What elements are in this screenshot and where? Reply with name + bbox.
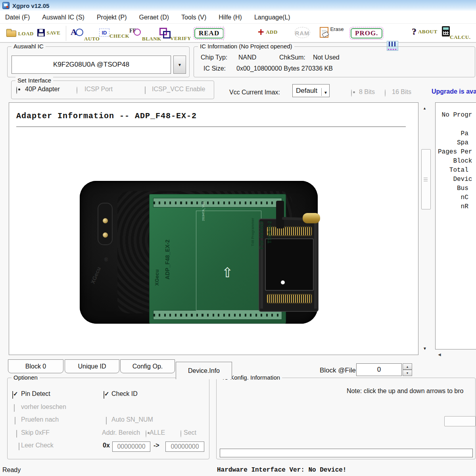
checkbox-pruefen-nach bbox=[15, 417, 15, 424]
device-panel-line: Pages Per bbox=[438, 148, 476, 157]
radio-sect-label: Sect bbox=[184, 429, 196, 436]
checkbox-icsp-vcc bbox=[145, 86, 146, 94]
adapter-info-title: Adapter Information -- ADP_F48-EX-2 bbox=[16, 111, 197, 121]
socket-lever-handle bbox=[303, 213, 320, 223]
radio-icsp-port bbox=[77, 86, 77, 94]
question-icon: ? bbox=[412, 27, 416, 36]
device-panel-line: Block bbox=[438, 157, 476, 166]
checkbox-check-id[interactable] bbox=[104, 391, 104, 399]
block-at-file-input[interactable]: 0 bbox=[356, 363, 402, 376]
checkbox-pin-detect[interactable] bbox=[12, 391, 13, 399]
device-info-side-panel: No Progr Pa Spa Pages Per Block Total De… bbox=[435, 102, 476, 349]
menu-auswahl-ic[interactable]: Auswahl IC (S) bbox=[41, 13, 86, 22]
status-ready: Ready bbox=[2, 466, 21, 474]
spin-up-icon[interactable] bbox=[403, 363, 412, 370]
checkbox-leer-check bbox=[19, 443, 19, 450]
auto-label: AUTO bbox=[84, 36, 100, 42]
window-title: Xgpro v12.05 bbox=[12, 2, 49, 9]
calcu-button[interactable]: CALCU. bbox=[442, 26, 470, 36]
vcc-combo-arrow-icon[interactable] bbox=[321, 88, 328, 96]
auswahl-ic-group-label: Auswahl IC bbox=[12, 43, 46, 50]
vertical-scrollbar-thumb[interactable] bbox=[421, 149, 431, 209]
radio-16bits bbox=[385, 89, 386, 97]
calculator-icon bbox=[442, 26, 450, 36]
checkbox-pin-detect-label: Pin Detect bbox=[21, 390, 50, 397]
spin-down-icon[interactable] bbox=[403, 370, 412, 376]
ram-button: RAM bbox=[294, 26, 311, 40]
adapter-info-panel: Adapter Information -- ADP_F48-EX-2 XGec… bbox=[9, 102, 418, 355]
verify-label: VERIFY bbox=[170, 35, 191, 41]
optionen-group: Optionen Pin Detect Check ID vorher loes… bbox=[7, 378, 209, 459]
block-at-file-spinner bbox=[403, 363, 412, 376]
addr-bereich-label: Addr. Bereich bbox=[102, 429, 140, 436]
up-arrow-silkscreen: ⇧ bbox=[222, 266, 233, 279]
radio-40p-adapter-label: 40P Adapter bbox=[25, 86, 60, 93]
prog-button[interactable]: PROG. bbox=[349, 27, 384, 40]
radio-40p-adapter[interactable] bbox=[16, 86, 17, 94]
menu-projekt[interactable]: Projekt (P) bbox=[96, 13, 128, 22]
menu-datei[interactable]: Datei (F) bbox=[4, 13, 31, 22]
menu-hilfe[interactable]: Hilfe (H) bbox=[217, 13, 243, 22]
optionen-group-label: Optionen bbox=[12, 374, 40, 381]
status-hardware-version: Hardware Interface Ver: No Device! bbox=[217, 466, 346, 474]
adapter-photo: XGecu ® 2G347A_V05 ⇧ XGecu A bbox=[80, 181, 318, 324]
chksum-value: Not Used bbox=[313, 54, 340, 61]
block-at-file-value: 0 bbox=[377, 366, 381, 374]
tab-unique-id[interactable]: Unique ID bbox=[65, 359, 119, 373]
menu-language[interactable]: Language(L) bbox=[253, 13, 292, 22]
load-button[interactable]: LOAD bbox=[6, 30, 34, 37]
addr-to-input: 00000000 bbox=[165, 441, 204, 452]
about-label: ABOUT bbox=[418, 29, 438, 35]
add-label: ADD bbox=[266, 29, 278, 35]
pcb-t48-text: T48 Programmer bbox=[251, 218, 255, 246]
check-button[interactable]: IDCHECK bbox=[99, 29, 129, 36]
toolbar-separator bbox=[223, 26, 224, 41]
scroll-up-icon[interactable] bbox=[423, 104, 426, 111]
socket-pins-top bbox=[267, 227, 311, 235]
blank-button[interactable]: FFBLANK bbox=[129, 28, 161, 40]
tab-block0[interactable]: Block 0 bbox=[8, 359, 63, 373]
device-panel-line: Spa bbox=[438, 138, 476, 148]
vcc-combo[interactable]: Default bbox=[292, 84, 330, 97]
scroll-down-icon[interactable] bbox=[423, 344, 427, 351]
radio-sect bbox=[180, 430, 181, 438]
read-label: READ bbox=[194, 28, 224, 38]
adapter-pcb: 2G347A_V05 ⇧ XGecu ADP_F48_EX-2 T48 Prog… bbox=[149, 194, 286, 324]
tab-device-info[interactable]: Device.Info bbox=[176, 362, 232, 379]
menu-geraet[interactable]: Geraet (D) bbox=[138, 13, 171, 22]
checkbox-leer-check-label: Leer Check bbox=[21, 442, 54, 449]
pcb-tsop-text: TSOP48-2 bbox=[267, 221, 273, 244]
title-bar[interactable]: Xgpro v12.05 bbox=[0, 0, 476, 11]
tab-config-op[interactable]: Config Op. bbox=[120, 359, 175, 373]
upgrade-link[interactable]: Upgrade is ava bbox=[432, 88, 476, 95]
radio-8bits-label: 8 Bits bbox=[359, 88, 375, 96]
verify-button[interactable]: VERIFY bbox=[159, 28, 191, 39]
save-button[interactable]: SAVE bbox=[37, 29, 60, 36]
prog-label: PROG. bbox=[351, 28, 382, 38]
tab-device-info-label: Device.Info bbox=[188, 367, 220, 374]
checkbox-icsp-vcc-label: ICSP_VCC Enable bbox=[152, 86, 205, 93]
menu-tools[interactable]: Tools (V) bbox=[180, 13, 207, 22]
device-panel-line: Pa bbox=[438, 129, 476, 138]
about-button[interactable]: ? ABOUT bbox=[412, 27, 438, 37]
add-button[interactable]: + ADD bbox=[258, 27, 278, 37]
socket-lever-mount bbox=[276, 201, 284, 228]
socket-pins-bottom bbox=[267, 295, 311, 303]
device-panel-line: nC bbox=[438, 193, 476, 202]
pcb-brand-text: XGecu bbox=[154, 269, 160, 286]
scroll-left-icon[interactable] bbox=[437, 351, 442, 358]
ic-select-combo[interactable]: K9F2G08U0A @TSOP48 bbox=[12, 56, 171, 74]
tab-config-op-label: Config Op. bbox=[132, 363, 163, 370]
erase-button[interactable]: Erase bbox=[320, 27, 344, 38]
auto-button[interactable]: AAUTO bbox=[71, 27, 100, 40]
ic-information-group: IC Information (No Project opened) Chip … bbox=[194, 46, 475, 77]
erase-label: Erase bbox=[330, 26, 344, 32]
ic-select-dropdown-button[interactable] bbox=[173, 56, 186, 74]
device-panel-line: nR bbox=[438, 202, 476, 211]
chip-typ-value: NAND bbox=[238, 54, 256, 61]
app-icon bbox=[2, 2, 10, 9]
socket-rail bbox=[314, 222, 317, 309]
checkbox-skip-0xff bbox=[16, 430, 17, 438]
read-button[interactable]: READ bbox=[193, 27, 225, 40]
ic-konfig-field[interactable] bbox=[220, 449, 473, 457]
